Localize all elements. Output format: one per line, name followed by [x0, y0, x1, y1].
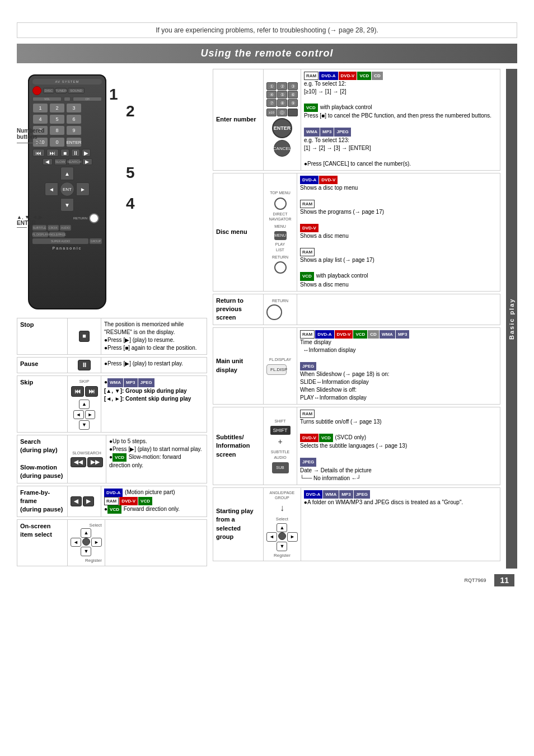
select-up-btn[interactable]: ▲ [81, 528, 91, 538]
skip-row: Skip SKIP ⏮ ⏭ ▲ [17, 375, 207, 432]
return-desc [297, 294, 500, 325]
frame-icon-cell: ◀ ▶ [68, 486, 101, 516]
stop-icon-cell: ■ [68, 318, 101, 355]
main-display-label: Main unitdisplay [213, 327, 264, 404]
shift-btn[interactable]: SHIFT [270, 426, 291, 435]
group-icon-cell: ANGLE/PAGEGROUP ↓ Select ▲ ◄ ► ▼ [264, 487, 301, 561]
rqt-code: RQT7969 [464, 577, 486, 583]
group-row: Starting playfrom aselectedgroup ANGLE/P… [213, 487, 500, 561]
basic-play-sidebar: Basic play [506, 69, 517, 569]
skip-back-btn[interactable]: ⏮ [71, 386, 84, 397]
subtitles-desc: RAM Turns subtitle on/off (→ page 13) DV… [297, 407, 500, 485]
stop-btn[interactable]: ■ [79, 331, 90, 341]
enter-number-row: Enter number ① ② ③ ④ ⑤ ⑥ ⑦ ⑧ ⑨ [213, 69, 500, 171]
return-row: Return topreviousscreen RETURN [213, 294, 500, 325]
pause-btn[interactable]: ⏸ [78, 360, 91, 370]
main-display-desc: RAMDVD-ADVD-VVCDCDWMAMP3 Time display ↔I… [297, 327, 500, 404]
frame-desc: DVD-A (Motion picture part) RAMDVD-VVCD … [101, 486, 207, 516]
skip-up-btn[interactable]: ▲ [79, 400, 90, 409]
main-content: 1 2 5 4 AV SYSTEM DISC TUNER SOUND [17, 69, 517, 569]
search-label: Search(during play)Slow-motion(during pa… [17, 435, 68, 483]
number-1: 1 [109, 86, 118, 104]
disc-menu-label: Disc menu [213, 173, 264, 291]
page-number-badge: 11 [494, 574, 514, 586]
select-down-btn[interactable]: ▼ [81, 547, 91, 556]
return-circle-btn[interactable] [266, 304, 282, 320]
stop-label: Stop [17, 318, 68, 355]
cancel-btn[interactable]: CANCEL [274, 140, 291, 157]
main-display-row: Main unitdisplay FL.DISPLAY FL.DISP RAMD… [213, 327, 500, 405]
pause-icon-cell: ⏸ [68, 358, 101, 373]
group-right-btn[interactable]: ► [287, 532, 298, 542]
frame-fwd-btn[interactable]: ▶ [83, 496, 94, 506]
enter-number-icon-cell: ① ② ③ ④ ⑤ ⑥ ⑦ ⑧ ⑨ ≥10 ⓪ [264, 69, 301, 171]
numbered-buttons-label: Numbered buttons [17, 128, 44, 144]
frame-back-btn[interactable]: ◀ [71, 496, 82, 506]
skip-label: Skip [17, 376, 68, 432]
subtitles-label: Subtitles/Informationscreen [213, 407, 264, 485]
group-left-btn[interactable]: ◄ [266, 532, 277, 542]
search-back-btn[interactable]: ◀◀ [71, 457, 86, 467]
remote-body: AV SYSTEM DISC TUNER SOUND VOL [28, 74, 106, 309]
skip-left-btn[interactable]: ◄ [73, 410, 84, 420]
pause-row: Pause ⏸ ●Press [▶] (play) to restart pla… [17, 357, 207, 373]
skip-icon-cell: SKIP ⏮ ⏭ ▲ ◄ [68, 376, 101, 432]
right-column: Enter number ① ② ③ ④ ⑤ ⑥ ⑦ ⑧ ⑨ [213, 69, 500, 569]
left-info-tables: Stop ■ The position is memorized while "… [17, 318, 207, 566]
return-label: Return topreviousscreen [213, 294, 264, 325]
select-right-btn[interactable]: ► [91, 538, 102, 547]
skip-fwd-btn[interactable]: ⏭ [85, 386, 98, 397]
skip-desc: ●WMAMP3JPEG [▲, ▼]: Group skip during pl… [101, 376, 207, 432]
top-banner: If you are experiencing problems, refer … [17, 22, 517, 38]
number-5: 5 [126, 164, 135, 182]
disc-menu-row: Disc menu TOP MENU DIRECTNAVIGATOR MENU … [213, 173, 500, 292]
select-left-btn[interactable]: ◄ [71, 538, 81, 547]
enter-label: ▲, ▼, ◄,▶ ENTER [17, 214, 43, 228]
search-fwd-btn[interactable]: ▶▶ [87, 457, 103, 467]
stop-row: Stop ■ The position is memorized while "… [17, 318, 207, 355]
search-icon-cell: SLOW/SEARCH ◀◀ ▶▶ [68, 435, 106, 483]
section-title: Using the remote control [17, 44, 517, 63]
return-icon-cell: RETURN [264, 294, 297, 325]
group-desc: DVD-AWMAMP3JPEG ●A folder on WMA/MP3 and… [301, 487, 500, 561]
remote-diagram: 1 2 5 4 AV SYSTEM DISC TUNER SOUND [17, 69, 151, 315]
pause-desc: ●Press [▶] (play) to restart play. [101, 358, 207, 373]
press-text: Press [307, 161, 322, 167]
frame-row: Frame-by-frame(during pause) ◀ ▶ DVD-A (… [17, 486, 207, 517]
onscreen-desc [105, 519, 207, 566]
left-column: 1 2 5 4 AV SYSTEM DISC TUNER SOUND [17, 69, 207, 569]
skip-right-btn[interactable]: ► [85, 410, 96, 420]
onscreen-icon-cell: Select ▲ ◄ ► ▼ [68, 519, 105, 566]
number-2: 2 [126, 102, 135, 120]
pause-label: Pause [17, 358, 68, 373]
enter-number-desc: RAMDVD-ADVD-VVCDCD e.g. To select 12: [≥… [301, 69, 500, 171]
main-display-icon-cell: FL.DISPLAY FL.DISP [264, 327, 297, 404]
disc-menu-icon-cell: TOP MENU DIRECTNAVIGATOR MENU MENU PLAYL… [264, 173, 297, 291]
number-4: 4 [126, 195, 135, 213]
onscreen-row: On-screenitem select Select ▲ ◄ ► [17, 519, 207, 566]
group-up-btn[interactable]: ▲ [277, 523, 287, 533]
page-wrapper: If you are experiencing problems, refer … [0, 0, 534, 756]
subtitles-row: Subtitles/Informationscreen SHIFT SHIFT … [213, 407, 500, 485]
frame-label: Frame-by-frame(during pause) [17, 486, 68, 516]
onscreen-label: On-screenitem select [17, 519, 68, 566]
search-row: Search(during play)Slow-motion(during pa… [17, 435, 207, 483]
enter-number-label: Enter number [213, 69, 264, 171]
group-label: Starting playfrom aselectedgroup [213, 487, 264, 561]
stop-desc: The position is memorized while "RESUME"… [101, 318, 207, 355]
search-desc: ●Up to 5 steps. ●Press [▶] (play) to sta… [106, 435, 207, 483]
fl-display-btn[interactable]: FL.DISP [266, 364, 287, 375]
group-down-btn[interactable]: ▼ [277, 542, 287, 551]
subtitles-icon-cell: SHIFT SHIFT + SUBTITLEAUDIO SUB [264, 407, 297, 485]
disc-menu-desc: DVD-ADVD-V Shows a disc top menu RAM Sho… [297, 173, 500, 291]
enter-btn[interactable]: ENTER [272, 118, 292, 138]
skip-down-btn[interactable]: ▼ [79, 420, 90, 430]
